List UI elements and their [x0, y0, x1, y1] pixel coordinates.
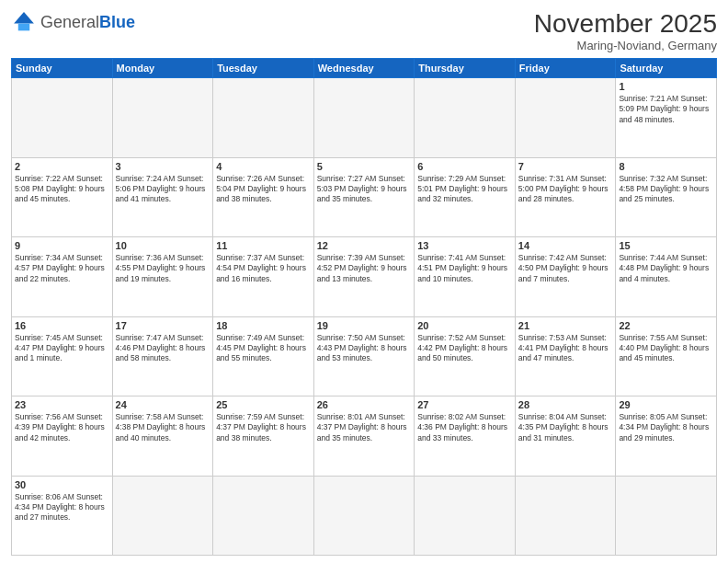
day-info: Sunrise: 7:42 AM Sunset: 4:50 PM Dayligh… [518, 253, 613, 284]
day-info: Sunrise: 7:50 AM Sunset: 4:43 PM Dayligh… [317, 333, 412, 364]
col-header-tuesday: Tuesday [213, 59, 314, 78]
day-cell [515, 78, 616, 158]
day-info: Sunrise: 8:02 AM Sunset: 4:36 PM Dayligh… [417, 412, 512, 443]
logo-blue: Blue [99, 13, 135, 31]
day-cell: 23Sunrise: 7:56 AM Sunset: 4:39 PM Dayli… [12, 396, 113, 477]
day-cell: 26Sunrise: 8:01 AM Sunset: 4:37 PM Dayli… [313, 396, 415, 477]
day-info: Sunrise: 7:59 AM Sunset: 4:37 PM Dayligh… [216, 412, 311, 443]
day-cell: 4Sunrise: 7:26 AM Sunset: 5:04 PM Daylig… [213, 157, 314, 237]
day-cell: 15Sunrise: 7:44 AM Sunset: 4:48 PM Dayli… [616, 237, 717, 317]
day-info: Sunrise: 7:24 AM Sunset: 5:06 PM Dayligh… [116, 174, 210, 205]
day-number: 20 [417, 320, 512, 331]
day-number: 5 [317, 161, 412, 172]
day-cell: 5Sunrise: 7:27 AM Sunset: 5:03 PM Daylig… [313, 157, 415, 237]
svg-rect-1 [18, 24, 29, 31]
day-number: 26 [317, 399, 412, 410]
day-info: Sunrise: 8:05 AM Sunset: 4:34 PM Dayligh… [619, 412, 713, 443]
day-cell: 11Sunrise: 7:37 AM Sunset: 4:54 PM Dayli… [213, 237, 314, 317]
day-number: 25 [216, 399, 311, 410]
page: GeneralBlue November 2025 Maring-Noviand… [0, 0, 728, 563]
day-info: Sunrise: 7:41 AM Sunset: 4:51 PM Dayligh… [417, 253, 512, 284]
day-number: 17 [116, 320, 210, 331]
day-cell: 30Sunrise: 8:06 AM Sunset: 4:34 PM Dayli… [12, 476, 113, 556]
day-info: Sunrise: 7:39 AM Sunset: 4:52 PM Dayligh… [317, 253, 412, 284]
day-cell: 7Sunrise: 7:31 AM Sunset: 5:00 PM Daylig… [515, 157, 616, 237]
day-cell [515, 476, 616, 556]
day-info: Sunrise: 8:06 AM Sunset: 4:34 PM Dayligh… [15, 492, 109, 523]
day-cell: 3Sunrise: 7:24 AM Sunset: 5:06 PM Daylig… [112, 157, 213, 237]
day-cell [313, 476, 415, 556]
day-info: Sunrise: 7:26 AM Sunset: 5:04 PM Dayligh… [216, 174, 311, 205]
day-info: Sunrise: 7:36 AM Sunset: 4:55 PM Dayligh… [116, 253, 210, 284]
day-info: Sunrise: 7:22 AM Sunset: 5:08 PM Dayligh… [15, 174, 109, 205]
month-title: November 2025 [534, 9, 717, 39]
day-info: Sunrise: 8:04 AM Sunset: 4:35 PM Dayligh… [518, 412, 613, 443]
day-info: Sunrise: 7:58 AM Sunset: 4:38 PM Dayligh… [116, 412, 210, 443]
day-cell: 8Sunrise: 7:32 AM Sunset: 4:58 PM Daylig… [616, 157, 717, 237]
day-cell [112, 78, 213, 158]
day-number: 16 [15, 320, 109, 331]
day-number: 13 [417, 240, 512, 251]
calendar: SundayMondayTuesdayWednesdayThursdayFrid… [11, 58, 717, 556]
day-number: 22 [619, 320, 713, 331]
day-info: Sunrise: 7:44 AM Sunset: 4:48 PM Dayligh… [619, 253, 713, 284]
day-number: 3 [116, 161, 210, 172]
day-info: Sunrise: 7:56 AM Sunset: 4:39 PM Dayligh… [15, 412, 109, 443]
svg-marker-0 [14, 12, 34, 23]
logo-text: GeneralBlue [40, 14, 135, 30]
day-cell: 13Sunrise: 7:41 AM Sunset: 4:51 PM Dayli… [415, 237, 516, 317]
day-number: 6 [417, 161, 512, 172]
col-header-saturday: Saturday [616, 59, 717, 78]
location-title: Maring-Noviand, Germany [534, 39, 717, 52]
day-cell: 29Sunrise: 8:05 AM Sunset: 4:34 PM Dayli… [616, 396, 717, 477]
day-cell [616, 476, 717, 556]
day-info: Sunrise: 7:34 AM Sunset: 4:57 PM Dayligh… [15, 253, 109, 284]
logo-general: General [40, 13, 99, 31]
day-cell: 19Sunrise: 7:50 AM Sunset: 4:43 PM Dayli… [313, 316, 415, 396]
day-number: 21 [518, 320, 613, 331]
day-info: Sunrise: 7:47 AM Sunset: 4:46 PM Dayligh… [116, 333, 210, 364]
day-number: 30 [15, 479, 109, 490]
col-header-thursday: Thursday [415, 59, 516, 78]
day-cell: 21Sunrise: 7:53 AM Sunset: 4:41 PM Dayli… [515, 316, 616, 396]
day-cell [112, 476, 213, 556]
day-number: 24 [116, 399, 210, 410]
day-cell [415, 78, 516, 158]
week-row-4: 23Sunrise: 7:56 AM Sunset: 4:39 PM Dayli… [12, 396, 717, 477]
day-info: Sunrise: 7:37 AM Sunset: 4:54 PM Dayligh… [216, 253, 311, 284]
day-number: 11 [216, 240, 311, 251]
day-cell [213, 78, 314, 158]
col-header-wednesday: Wednesday [313, 59, 415, 78]
day-cell: 27Sunrise: 8:02 AM Sunset: 4:36 PM Dayli… [415, 396, 516, 477]
logo-icon [11, 9, 37, 35]
col-header-monday: Monday [112, 59, 213, 78]
day-info: Sunrise: 7:31 AM Sunset: 5:00 PM Dayligh… [518, 174, 613, 205]
day-info: Sunrise: 7:27 AM Sunset: 5:03 PM Dayligh… [317, 174, 412, 205]
day-number: 7 [518, 161, 613, 172]
day-number: 1 [619, 81, 713, 92]
header: GeneralBlue November 2025 Maring-Noviand… [11, 9, 717, 52]
week-row-0: 1Sunrise: 7:21 AM Sunset: 5:09 PM Daylig… [12, 78, 717, 158]
day-cell: 24Sunrise: 7:58 AM Sunset: 4:38 PM Dayli… [112, 396, 213, 477]
week-row-3: 16Sunrise: 7:45 AM Sunset: 4:47 PM Dayli… [12, 316, 717, 396]
day-number: 9 [15, 240, 109, 251]
week-row-1: 2Sunrise: 7:22 AM Sunset: 5:08 PM Daylig… [12, 157, 717, 237]
day-number: 10 [116, 240, 210, 251]
day-number: 18 [216, 320, 311, 331]
day-number: 2 [15, 161, 109, 172]
day-cell: 25Sunrise: 7:59 AM Sunset: 4:37 PM Dayli… [213, 396, 314, 477]
day-cell: 1Sunrise: 7:21 AM Sunset: 5:09 PM Daylig… [616, 78, 717, 158]
day-cell [313, 78, 415, 158]
col-header-sunday: Sunday [12, 59, 113, 78]
day-info: Sunrise: 7:55 AM Sunset: 4:40 PM Dayligh… [619, 333, 713, 364]
day-number: 29 [619, 399, 713, 410]
day-cell: 22Sunrise: 7:55 AM Sunset: 4:40 PM Dayli… [616, 316, 717, 396]
day-cell [213, 476, 314, 556]
day-info: Sunrise: 7:32 AM Sunset: 4:58 PM Dayligh… [619, 174, 713, 205]
day-number: 23 [15, 399, 109, 410]
day-cell: 28Sunrise: 8:04 AM Sunset: 4:35 PM Dayli… [515, 396, 616, 477]
day-number: 15 [619, 240, 713, 251]
day-cell: 14Sunrise: 7:42 AM Sunset: 4:50 PM Dayli… [515, 237, 616, 317]
col-header-friday: Friday [515, 59, 616, 78]
logo: GeneralBlue [11, 9, 135, 35]
